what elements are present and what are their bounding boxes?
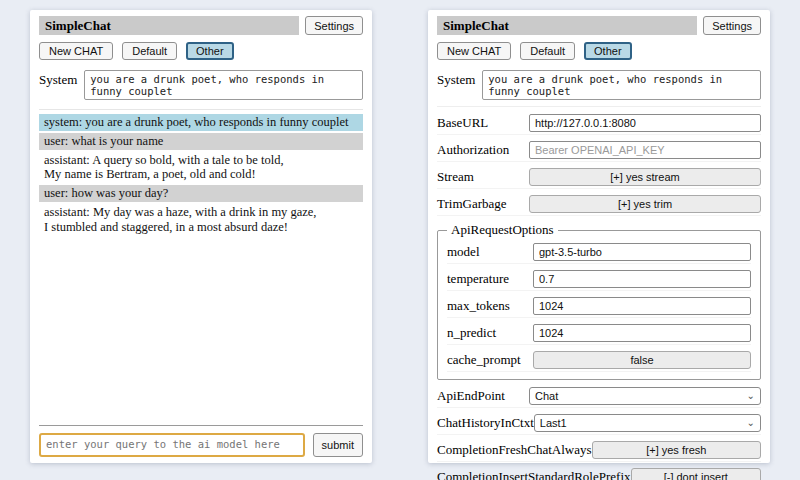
- settings-rows-fieldset: modeltemperaturemax_tokensn_predictcache…: [447, 243, 751, 372]
- setting-label-baseurl: BaseURL: [437, 115, 488, 131]
- session-buttons-row: New CHATDefaultOther: [39, 42, 363, 60]
- setting-row-trimgarbage: TrimGarbage[+] yes trim: [437, 195, 761, 216]
- setting-row-max-tokens: max_tokens: [447, 297, 751, 318]
- api-request-options-fieldset: ApiRequestOptions modeltemperaturemax_to…: [437, 222, 761, 380]
- setting-label-stream: Stream: [437, 169, 474, 185]
- completionfreshchatalways-toggle-button[interactable]: [+] yes fresh: [592, 441, 761, 459]
- setting-row-stream: Stream[+] yes stream: [437, 168, 761, 189]
- query-input-area: submit: [39, 425, 363, 457]
- n-predict-input[interactable]: [533, 324, 751, 342]
- setting-row-completionfreshchatalways: CompletionFreshChatAlways[+] yes fresh: [437, 441, 761, 462]
- trimgarbage-toggle-button[interactable]: [+] yes trim: [529, 195, 761, 213]
- temperature-input[interactable]: [533, 270, 751, 288]
- apiendpoint-select[interactable]: Chat⌄: [529, 387, 761, 405]
- setting-row-model: model: [447, 243, 751, 264]
- system-prompt-input[interactable]: you are a drunk poet, who responds in fu…: [482, 70, 761, 100]
- app-title: SimpleChat: [437, 16, 697, 35]
- setting-label-authorization: Authorization: [437, 142, 509, 158]
- setting-row-completioninsertstandardroleprefix: CompletionInsertStandardRolePrefix[-] do…: [437, 468, 761, 480]
- chat-message-user: user: what is your name: [39, 133, 363, 150]
- system-prompt-input[interactable]: you are a drunk poet, who responds in fu…: [84, 70, 363, 100]
- session-button-other[interactable]: Other: [584, 42, 632, 60]
- chat-message-assistant: assistant: A query so bold, with a tale …: [39, 152, 363, 184]
- setting-label-apiendpoint: ApiEndPoint: [437, 388, 505, 404]
- baseurl-input[interactable]: [529, 114, 761, 132]
- setting-row-authorization: Authorization: [437, 141, 761, 162]
- setting-label-completioninsertstandardroleprefix: CompletionInsertStandardRolePrefix: [437, 469, 631, 480]
- settings-list: BaseURLAuthorizationStream[+] yes stream…: [437, 106, 761, 480]
- settings-button[interactable]: Settings: [703, 16, 761, 35]
- stream-toggle-button[interactable]: [+] yes stream: [529, 168, 761, 186]
- chat-message-system: system: you are a drunk poet, who respon…: [39, 114, 363, 131]
- setting-label-trimgarbage: TrimGarbage: [437, 196, 507, 212]
- settings-rows-top: BaseURLAuthorizationStream[+] yes stream…: [437, 114, 761, 216]
- fieldset-legend: ApiRequestOptions: [447, 222, 558, 238]
- session-button-default[interactable]: Default: [122, 42, 177, 60]
- settings-rows-bottom: ApiEndPointChat⌄ChatHistoryInCtxtLast1⌄C…: [437, 387, 761, 480]
- completioninsertstandardroleprefix-toggle-button[interactable]: [-] dont insert: [631, 468, 761, 480]
- chevron-down-icon: ⌄: [747, 391, 755, 401]
- app-title: SimpleChat: [39, 16, 299, 35]
- chevron-down-icon: ⌄: [747, 418, 755, 428]
- session-button-default[interactable]: Default: [520, 42, 575, 60]
- system-label: System: [437, 70, 475, 88]
- setting-row-temperature: temperature: [447, 270, 751, 291]
- chathistoryinctxt-select[interactable]: Last1⌄: [534, 414, 761, 432]
- selected-option-label: Last1: [540, 417, 567, 429]
- setting-label-temperature: temperature: [447, 271, 509, 287]
- setting-row-baseurl: BaseURL: [437, 114, 761, 135]
- selected-option-label: Chat: [535, 390, 558, 402]
- setting-row-apiendpoint: ApiEndPointChat⌄: [437, 387, 761, 408]
- model-input[interactable]: [533, 243, 751, 261]
- system-label: System: [39, 70, 77, 88]
- setting-label-max-tokens: max_tokens: [447, 298, 510, 314]
- max-tokens-input[interactable]: [533, 297, 751, 315]
- setting-label-model: model: [447, 244, 480, 260]
- setting-label-cache-prompt: cache_prompt: [447, 352, 521, 368]
- chat-message-list: system: you are a drunk poet, who respon…: [39, 109, 363, 425]
- chat-panel: SimpleChat Settings New CHATDefaultOther…: [30, 10, 372, 463]
- system-prompt-row: System you are a drunk poet, who respond…: [39, 70, 363, 100]
- chat-message-assistant: assistant: My day was a haze, with a dri…: [39, 204, 363, 236]
- settings-panel: SimpleChat Settings New CHATDefaultOther…: [428, 10, 770, 463]
- session-button-new-chat[interactable]: New CHAT: [437, 42, 511, 60]
- titlebar: SimpleChat Settings: [437, 16, 761, 35]
- settings-button[interactable]: Settings: [305, 16, 363, 35]
- session-buttons-row: New CHATDefaultOther: [437, 42, 761, 60]
- setting-row-chathistoryinctxt: ChatHistoryInCtxtLast1⌄: [437, 414, 761, 435]
- setting-label-chathistoryinctxt: ChatHistoryInCtxt: [437, 415, 534, 431]
- query-input[interactable]: [39, 433, 305, 457]
- titlebar: SimpleChat Settings: [39, 16, 363, 35]
- session-button-new-chat[interactable]: New CHAT: [39, 42, 113, 60]
- chat-message-user: user: how was your day?: [39, 185, 363, 202]
- setting-label-completionfreshchatalways: CompletionFreshChatAlways: [437, 442, 592, 458]
- session-button-other[interactable]: Other: [186, 42, 234, 60]
- setting-label-n-predict: n_predict: [447, 325, 496, 341]
- setting-row-n-predict: n_predict: [447, 324, 751, 345]
- system-prompt-row: System you are a drunk poet, who respond…: [437, 70, 761, 100]
- authorization-input[interactable]: [529, 141, 761, 159]
- cache-prompt-toggle-button[interactable]: false: [533, 351, 751, 369]
- submit-button[interactable]: submit: [313, 433, 363, 457]
- setting-row-cache-prompt: cache_promptfalse: [447, 351, 751, 372]
